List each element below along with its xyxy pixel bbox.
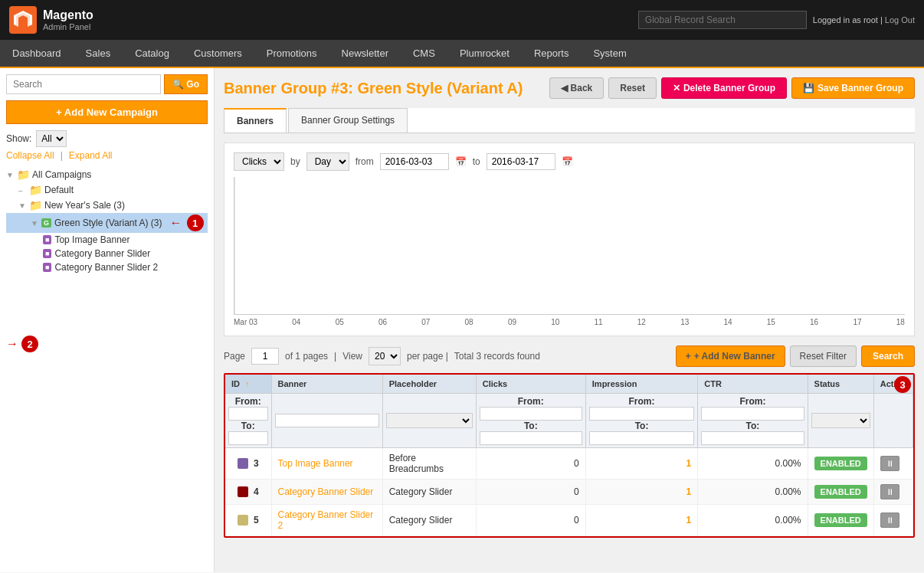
cell-impression: 1 bbox=[585, 480, 697, 505]
nav-catalog[interactable]: Catalog bbox=[123, 40, 182, 67]
metric-select[interactable]: Clicks bbox=[234, 152, 284, 171]
nav-sales[interactable]: Sales bbox=[74, 40, 123, 67]
back-icon: ◀ bbox=[561, 83, 568, 93]
nav-newsletter[interactable]: Newsletter bbox=[329, 40, 401, 67]
filter-placeholder[interactable] bbox=[386, 413, 473, 428]
cell-ctr: 0.00% bbox=[698, 505, 808, 536]
cell-status: ENABLED bbox=[808, 448, 873, 480]
cell-placeholder: Before Breadcrumbs bbox=[382, 448, 476, 480]
folder-icon: 📁 bbox=[17, 169, 29, 181]
global-search-input[interactable] bbox=[638, 11, 807, 29]
sidebar-search-area: 🔍 Go bbox=[6, 74, 208, 94]
page-actions: ◀ Back Reset ✕ Delete Banner Group 💾 Sav… bbox=[549, 77, 915, 99]
filter-ctr-to[interactable] bbox=[701, 431, 804, 445]
col-header-placeholder[interactable]: Placeholder bbox=[382, 375, 476, 394]
table-pagination: Page of 1 pages | View 20 per page | Tot… bbox=[224, 345, 915, 367]
col-header-banner[interactable]: Banner bbox=[271, 375, 382, 394]
add-new-banner-button[interactable]: + + Add New Banner bbox=[676, 345, 785, 367]
col-header-status[interactable]: Status bbox=[808, 375, 873, 394]
col-header-ctr[interactable]: CTR bbox=[698, 375, 808, 394]
nav-system[interactable]: System bbox=[581, 40, 638, 67]
calendar-to-icon[interactable]: 📅 bbox=[562, 156, 573, 167]
tree-item-top-image-banner[interactable]: ■ Top Image Banner bbox=[6, 233, 208, 247]
tree-item-green-style[interactable]: ▼ G Green Style (Variant A) (3) ← 1 bbox=[6, 213, 208, 233]
tree-item-category-banner-slider-2[interactable]: ■ Category Banner Slider 2 bbox=[6, 260, 208, 274]
filter-impression-from[interactable] bbox=[589, 407, 694, 421]
search-icon: 🔍 bbox=[172, 79, 184, 90]
nav-promotions[interactable]: Promotions bbox=[254, 40, 329, 67]
tree-toggle-icon: ▼ bbox=[18, 201, 26, 210]
logo-text: Magento bbox=[43, 8, 93, 22]
filter-ctr-from-label: From: bbox=[701, 396, 804, 407]
cell-id: 5 bbox=[225, 505, 271, 536]
nav-plumrocket[interactable]: Plumrocket bbox=[447, 40, 522, 67]
save-button[interactable]: 💾 Save Banner Group bbox=[791, 77, 915, 99]
banner-link[interactable]: Category Banner Slider bbox=[278, 486, 374, 497]
nav-dashboard[interactable]: Dashboard bbox=[0, 40, 74, 67]
cell-banner: Category Banner Slider 2 bbox=[271, 505, 382, 536]
content-layout: 🔍 Go + Add New Campaign Show: All Collap… bbox=[0, 68, 924, 572]
edit-button[interactable]: ⏸ bbox=[880, 484, 899, 499]
folder-icon: 📁 bbox=[29, 184, 41, 196]
cell-clicks: 0 bbox=[476, 505, 585, 536]
tree-item-default[interactable]: – 📁 Default bbox=[6, 182, 208, 198]
filter-clicks-from[interactable] bbox=[480, 407, 582, 421]
filter-clicks-to-label: To: bbox=[480, 421, 582, 431]
page-title: Banner Group #3: Green Style (Variant A) bbox=[224, 80, 523, 97]
sidebar-search-input[interactable] bbox=[6, 74, 161, 94]
svg-rect-0 bbox=[9, 6, 37, 34]
edit-button[interactable]: ⏸ bbox=[880, 456, 899, 471]
reset-filter-button[interactable]: Reset Filter bbox=[790, 345, 857, 367]
filter-clicks-to[interactable] bbox=[480, 431, 582, 445]
nav-customers[interactable]: Customers bbox=[182, 40, 254, 67]
filter-id-from[interactable] bbox=[228, 407, 268, 421]
auth-info: Logged in as root | Log Out bbox=[813, 15, 915, 25]
by-select[interactable]: Day bbox=[306, 152, 349, 171]
tab-banner-group-settings[interactable]: Banner Group Settings bbox=[288, 108, 408, 133]
sidebar-show-select[interactable]: All bbox=[36, 130, 67, 147]
annotation-badge-1: 1 bbox=[187, 214, 204, 231]
filter-banner[interactable] bbox=[275, 414, 379, 427]
save-icon: 💾 bbox=[803, 83, 814, 93]
date-from-input[interactable] bbox=[380, 153, 449, 170]
filter-status[interactable] bbox=[811, 413, 870, 428]
filter-id-to[interactable] bbox=[228, 431, 268, 445]
col-header-clicks[interactable]: Clicks bbox=[476, 375, 585, 394]
sidebar-search-button[interactable]: 🔍 Go bbox=[164, 74, 208, 94]
date-to-input[interactable] bbox=[487, 153, 555, 170]
back-button[interactable]: ◀ Back bbox=[549, 77, 605, 99]
cell-placeholder: Category Slider bbox=[382, 505, 476, 536]
edit-button[interactable]: ⏸ bbox=[880, 512, 899, 528]
header-search-area: Logged in as root | Log Out bbox=[638, 11, 915, 29]
tree-item-all-campaigns[interactable]: ▼ 📁 All Campaigns bbox=[6, 167, 208, 182]
reset-button[interactable]: Reset bbox=[608, 77, 657, 99]
magento-logo-icon bbox=[9, 6, 37, 34]
calendar-from-icon[interactable]: 📅 bbox=[455, 156, 467, 167]
filter-impression-to[interactable] bbox=[589, 431, 694, 445]
tree-item-newyears[interactable]: ▼ 📁 New Year's Sale (3) bbox=[6, 198, 208, 213]
search-button[interactable]: Search bbox=[861, 345, 915, 367]
per-page-select[interactable]: 20 bbox=[369, 347, 401, 365]
col-header-impression[interactable]: Impression bbox=[585, 375, 697, 394]
collapse-all-link[interactable]: Collapse All bbox=[6, 150, 54, 161]
filter-impression-to-label: To: bbox=[589, 421, 694, 431]
table-action-buttons: + + Add New Banner Reset Filter Search bbox=[676, 345, 915, 367]
tree-toggle-icon: – bbox=[18, 186, 26, 195]
header: Magento Admin Panel Logged in as root | … bbox=[0, 0, 924, 40]
nav-reports[interactable]: Reports bbox=[522, 40, 582, 67]
col-header-id[interactable]: ID ↑ bbox=[225, 375, 271, 394]
nav-cms[interactable]: CMS bbox=[401, 40, 447, 67]
tree-item-category-banner-slider[interactable]: ■ Category Banner Slider bbox=[6, 247, 208, 260]
filter-ctr-to-label: To: bbox=[701, 421, 804, 431]
filter-id-from-label: From: bbox=[228, 396, 268, 407]
page-input[interactable] bbox=[251, 348, 279, 365]
filter-ctr-from[interactable] bbox=[701, 407, 804, 421]
expand-all-link[interactable]: Expand All bbox=[69, 150, 113, 161]
delete-button[interactable]: ✕ Delete Banner Group bbox=[661, 77, 787, 99]
add-campaign-button[interactable]: + Add New Campaign bbox=[6, 100, 208, 124]
banner-link[interactable]: Top Image Banner bbox=[278, 458, 353, 469]
banner-link[interactable]: Category Banner Slider 2 bbox=[278, 509, 374, 531]
logout-link[interactable]: Log Out bbox=[885, 15, 915, 25]
page-header: Banner Group #3: Green Style (Variant A)… bbox=[224, 77, 915, 99]
tab-banners[interactable]: Banners bbox=[224, 108, 287, 133]
